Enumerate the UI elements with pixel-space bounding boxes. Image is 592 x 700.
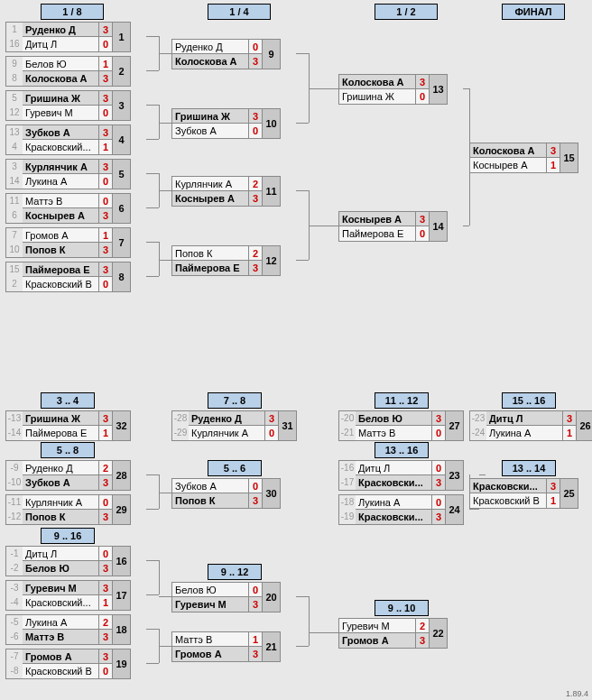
player-row: -12Попов К3 xyxy=(6,510,112,524)
player-row: 13Зубков А3 xyxy=(6,125,112,140)
player-name: Паймерова Е xyxy=(23,262,99,277)
player-name: Курлянчик А xyxy=(172,177,249,191)
player-row: 11Маттэ В0 xyxy=(6,194,112,208)
player-row: Паймерова Е3 xyxy=(172,261,262,275)
seed: 9 xyxy=(6,57,23,71)
player-score: 0 xyxy=(99,547,112,561)
player-name: Красковский В xyxy=(23,664,99,678)
player-row: Гришина Ж3 xyxy=(172,109,262,124)
player-score: 1 xyxy=(547,158,560,172)
player-row: Курлянчик А2 xyxy=(172,177,262,191)
player-score: 0 xyxy=(416,226,429,241)
player-score: 0 xyxy=(265,426,278,440)
player-row: 8Колоскова А3 xyxy=(6,71,112,86)
match: Белов Ю0Гуревич М320 xyxy=(171,582,281,612)
player-score: 3 xyxy=(547,479,560,493)
bracket-connector xyxy=(309,596,310,646)
match: 9Белов Ю18Колоскова А32 xyxy=(5,56,131,87)
match-number: 19 xyxy=(113,649,131,679)
player-name: Паймерова Е xyxy=(172,261,249,275)
player-name: Гуревич М xyxy=(172,597,249,612)
match-number: 2 xyxy=(113,56,131,87)
round-header: 3 .. 4 xyxy=(41,392,95,409)
seed: 14 xyxy=(6,174,23,189)
bracket-connector xyxy=(463,88,469,89)
match: 11Маттэ В06Коснырев А36 xyxy=(5,193,131,224)
player-score: 3 xyxy=(416,212,429,226)
player-name: Гуревич М xyxy=(23,581,99,595)
match: Коснырев А3Паймерова Е014 xyxy=(338,211,448,242)
seed: -29 xyxy=(172,426,189,440)
player-score: 3 xyxy=(547,143,560,158)
round-header: 13 .. 16 xyxy=(375,442,429,458)
match-number: 20 xyxy=(263,582,281,612)
bracket-connector xyxy=(309,88,338,89)
player-score: 3 xyxy=(99,71,112,86)
player-row: Зубков А0 xyxy=(172,124,262,138)
player-row: Коснырев А1 xyxy=(470,158,560,172)
player-score: 0 xyxy=(99,106,112,120)
player-row: -20Белов Ю3 xyxy=(339,411,445,426)
match-number: 29 xyxy=(113,494,131,525)
player-score: 1 xyxy=(249,632,262,647)
player-name: Маттэ В xyxy=(23,630,99,644)
seed: 16 xyxy=(6,37,23,51)
bracket-connector xyxy=(159,596,171,597)
player-score: 0 xyxy=(249,124,262,138)
player-name: Дитц Л xyxy=(486,411,563,426)
bracket-connector xyxy=(469,474,470,509)
player-score: 0 xyxy=(99,194,112,208)
bracket-connector xyxy=(159,493,171,493)
player-name: Коснырев А xyxy=(470,158,547,172)
player-score: 2 xyxy=(416,619,429,633)
player-score: 1 xyxy=(99,140,112,154)
match: 15Паймерова Е32Красковский В08 xyxy=(5,262,131,292)
player-score: 1 xyxy=(99,57,112,71)
player-name: Коснырев А xyxy=(23,208,99,223)
player-row: Попов К3 xyxy=(172,493,262,508)
player-name: Лукина А xyxy=(356,495,432,510)
player-name: Маттэ В xyxy=(23,194,99,208)
player-name: Лукина А xyxy=(486,426,563,440)
player-score: 0 xyxy=(432,461,445,475)
bracket-connector xyxy=(146,173,159,174)
round-header: 9 .. 16 xyxy=(41,528,95,544)
seed: -3 xyxy=(6,581,23,595)
player-name: Белов Ю xyxy=(172,583,249,597)
match: Попов К2Паймерова Е312 xyxy=(171,245,281,276)
match: -1Дитц Л0-2Белов Ю316 xyxy=(5,546,131,576)
player-score: 0 xyxy=(416,89,429,104)
player-row: -16Дитц Л0 xyxy=(339,461,445,475)
seed: -7 xyxy=(6,649,23,664)
bracket-connector xyxy=(309,632,338,633)
player-name: Курлянчик А xyxy=(23,160,99,174)
player-name: Коснырев А xyxy=(339,212,416,226)
seed: 2 xyxy=(6,277,23,291)
player-score: 3 xyxy=(99,91,112,106)
match-number: 12 xyxy=(263,245,281,276)
player-score: 1 xyxy=(99,426,112,440)
bracket-connector xyxy=(296,260,309,261)
player-row: Гуревич М2 xyxy=(339,619,429,633)
match-number: 14 xyxy=(430,211,448,242)
player-row: -4Красковский...1 xyxy=(6,595,112,610)
round-header: ФИНАЛ xyxy=(502,4,565,20)
player-score: 1 xyxy=(99,595,112,610)
player-row: Гришина Ж0 xyxy=(339,89,429,104)
player-score: 3 xyxy=(99,160,112,174)
bracket-connector xyxy=(146,629,159,630)
player-score: 3 xyxy=(99,125,112,140)
match: -13Гришина Ж3-14Паймерова Е132 xyxy=(5,410,131,441)
player-row: -13Гришина Ж3 xyxy=(6,411,112,426)
player-name: Гришина Ж xyxy=(23,91,99,106)
player-name: Красковский... xyxy=(23,140,99,154)
seed: -19 xyxy=(339,510,356,524)
player-row: 10Попов К3 xyxy=(6,243,112,257)
player-name: Колоскова А xyxy=(470,143,547,158)
player-score: 0 xyxy=(99,495,112,510)
seed: -21 xyxy=(339,426,356,440)
player-name: Руденко Д xyxy=(23,23,99,37)
seed: -18 xyxy=(339,495,356,510)
player-score: 3 xyxy=(432,411,445,426)
bracket-connector xyxy=(309,226,338,226)
